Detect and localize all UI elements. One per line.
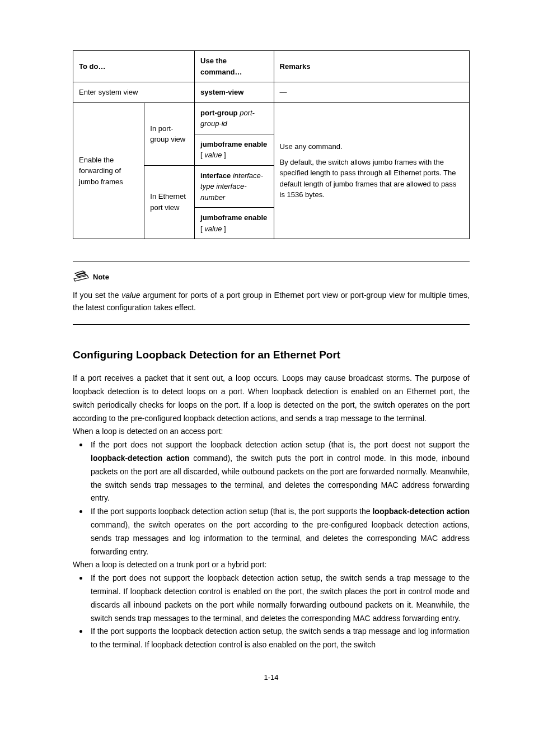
note-block: Note If you set the value argument for p… <box>73 262 470 325</box>
remark-dash: — <box>274 82 469 103</box>
para-trunk-hybrid: When a loop is detected on a trunk port … <box>73 558 470 572</box>
view-ethernet-port: In Ethernet port view <box>144 165 195 239</box>
note-body: If you set the value argument for ports … <box>73 289 470 314</box>
bullet-list-1: If the port does not support the loopbac… <box>73 438 470 558</box>
cmd-jumboframe-enable-1: jumboframe enable [ value ] <box>195 134 274 165</box>
note-icon <box>73 270 90 283</box>
table-header-command: Use the command… <box>195 51 274 82</box>
view-port-group: In port-group view <box>144 102 195 165</box>
cmd-system-view: system-view <box>195 82 274 103</box>
cmd-interface: interface interface-type interface-numbe… <box>195 165 274 208</box>
list-item: If the port supports the loopback detect… <box>73 625 470 652</box>
table-header-todo: To do… <box>73 51 195 82</box>
step-enter-system-view: Enter system view <box>73 82 195 103</box>
step-enable-jumbo: Enable the forwarding of jumbo frames <box>73 102 144 239</box>
note-label: Note <box>93 272 109 284</box>
table-header-remarks: Remarks <box>274 51 469 82</box>
note-header: Note <box>73 270 470 283</box>
list-item: If the port does not support the loopbac… <box>73 572 470 625</box>
para-intro: If a port receives a packet that it sent… <box>73 372 470 425</box>
bullet-list-2: If the port does not support the loopbac… <box>73 572 470 652</box>
page-number: 1-14 <box>73 672 470 683</box>
remark-jumbo: Use any command. By default, the switch … <box>274 102 469 239</box>
para-access-port: When a loop is detected on an access por… <box>73 425 470 438</box>
list-item: If the port supports loopback detection … <box>73 505 470 558</box>
cmd-port-group: port-group port-group-id <box>195 102 274 134</box>
config-table: To do… Use the command… Remarks Enter sy… <box>73 50 470 239</box>
list-item: If the port does not support the loopbac… <box>73 438 470 505</box>
cmd-jumboframe-enable-2: jumboframe enable [ value ] <box>195 208 274 239</box>
heading-loopback-detection: Configuring Loopback Detection for an Et… <box>73 347 470 363</box>
